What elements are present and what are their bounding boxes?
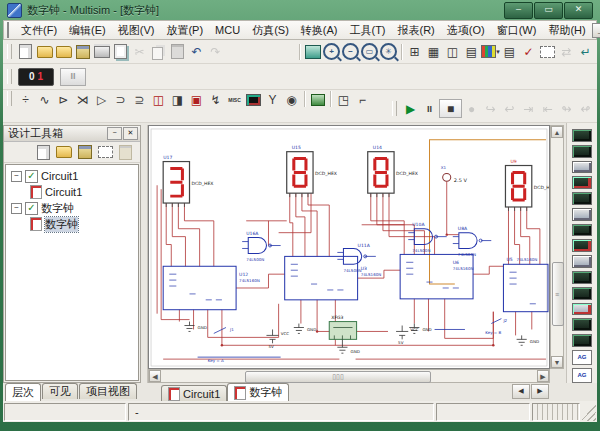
vertical-scrollbar[interactable]: ▲ ▼: [550, 125, 564, 369]
diode-components-button[interactable]: ⊳: [54, 91, 73, 108]
zoom-in-button[interactable]: +: [322, 43, 341, 60]
seven-segment-display-u14[interactable]: U14 DCD_HEX: [368, 145, 418, 197]
peripherals-button[interactable]: [244, 91, 263, 108]
new-document-button[interactable]: [37, 145, 50, 160]
toolbar-grip[interactable]: [7, 91, 12, 106]
rf-components-button[interactable]: Y: [263, 91, 282, 108]
seven-segment-display-u17[interactable]: U17 DCD_HEX: [163, 155, 213, 207]
horizontal-scroll-thumb[interactable]: ▯▯▯: [245, 371, 431, 383]
record-button[interactable]: ●: [462, 100, 481, 117]
toggle-breakpoint-button[interactable]: ↬: [557, 100, 576, 117]
spreadsheet-button[interactable]: ▦: [424, 43, 443, 60]
zoom-out-button[interactable]: −: [341, 43, 360, 60]
stop-simulation-button[interactable]: ■: [441, 100, 460, 117]
toolbar-grip[interactable]: [392, 101, 397, 116]
tab-visibility[interactable]: 可见: [42, 383, 78, 399]
electromech-button[interactable]: ◉: [282, 91, 301, 108]
redo-button[interactable]: ↷: [206, 43, 225, 60]
seven-segment-display-u15[interactable]: U15 DCD_HEX: [287, 145, 337, 197]
paste-button[interactable]: [168, 43, 187, 60]
panel-minimize-button[interactable]: −: [107, 127, 122, 140]
tree-leaf-clock[interactable]: 数字钟: [6, 216, 138, 232]
capture-area-button[interactable]: [538, 43, 557, 60]
oscilloscope-button[interactable]: [572, 176, 592, 189]
mdi-minimize-button[interactable]: _: [592, 23, 600, 38]
four-channel-oscilloscope-button[interactable]: [572, 192, 592, 205]
word-generator-button[interactable]: [572, 239, 592, 252]
save-document-button[interactable]: [78, 145, 92, 159]
open-button[interactable]: [35, 43, 54, 60]
logic-analyzer-button[interactable]: [572, 255, 592, 268]
checkbox-icon[interactable]: ✓: [25, 170, 38, 183]
measurement-probe-x1[interactable]: X1 2.5 V: [441, 166, 468, 184]
wattmeter-button[interactable]: [572, 161, 592, 174]
document-tab-clock[interactable]: 数字钟: [227, 383, 289, 401]
collapse-icon[interactable]: −: [11, 171, 22, 182]
document-tab-circuit1[interactable]: Circuit1: [161, 385, 227, 401]
step-out-button[interactable]: ⇥: [519, 100, 538, 117]
function-generator-button[interactable]: [572, 145, 592, 158]
forward-annotate-button[interactable]: ↵: [576, 43, 595, 60]
menu-help[interactable]: 帮助(H): [542, 22, 591, 39]
menu-tools[interactable]: 工具(T): [343, 22, 391, 39]
misc-digital-button[interactable]: ◫: [149, 91, 168, 108]
panel-close-button[interactable]: ✕: [123, 127, 138, 140]
zoom-full-button[interactable]: [303, 43, 322, 60]
resize-grip[interactable]: [582, 403, 596, 421]
indicator-components-button[interactable]: ▣: [187, 91, 206, 108]
source-components-button[interactable]: ÷: [16, 91, 35, 108]
schematic-canvas[interactable]: U17 DCD_HEX U15 DCD_HEX U14: [148, 125, 550, 369]
remove-breakpoints-button[interactable]: ↫: [576, 100, 595, 117]
seven-segment-display-u9[interactable]: U9 DCD_HEX: [505, 159, 549, 211]
undo-button[interactable]: ↶: [187, 43, 206, 60]
multimeter-button[interactable]: [572, 129, 592, 142]
scroll-left-button[interactable]: ◀: [149, 370, 161, 382]
hierarchy-button[interactable]: ⊞: [405, 43, 424, 60]
frequency-counter-button[interactable]: [572, 224, 592, 237]
step-over-button[interactable]: ↩: [500, 100, 519, 117]
print-button[interactable]: [92, 43, 111, 60]
logic-converter-button[interactable]: [572, 271, 592, 284]
open-folder-button[interactable]: [56, 146, 72, 158]
save-button[interactable]: [73, 43, 92, 60]
tree-leaf-circuit1[interactable]: Circuit1: [6, 184, 138, 200]
network-analyzer-button[interactable]: [572, 334, 592, 347]
misc-components-button[interactable]: MISC: [225, 91, 244, 108]
spectrum-analyzer-button[interactable]: [572, 318, 592, 331]
switch-j2[interactable]: J2 Key = B: [485, 318, 507, 336]
minimize-button[interactable]: –: [504, 2, 533, 19]
erc-button[interactable]: ✓: [519, 43, 538, 60]
menu-edit[interactable]: 编辑(E): [63, 22, 112, 39]
checkbox-icon[interactable]: ✓: [25, 202, 38, 215]
counter-u6[interactable]: U6 74LS160N: [400, 254, 473, 298]
component-wizard-button[interactable]: ▤: [462, 43, 481, 60]
menu-place[interactable]: 放置(P): [160, 22, 209, 39]
function-generator-xfg3[interactable]: XFG3: [329, 315, 356, 340]
pause-switch-button[interactable]: II: [60, 68, 86, 86]
menu-transfer[interactable]: 转换(A): [295, 22, 344, 39]
zoom-sheet-button[interactable]: ✳: [379, 43, 398, 60]
new-window-button[interactable]: [98, 146, 113, 158]
iv-analyzer-button[interactable]: [572, 287, 592, 300]
counter-u5[interactable]: U5 74LS160N: [503, 257, 548, 311]
run-stop-switch[interactable]: 0 1: [18, 68, 54, 86]
mixed-components-button[interactable]: ◨: [168, 91, 187, 108]
new-button[interactable]: [16, 43, 35, 60]
run-to-cursor-button[interactable]: ⇤: [538, 100, 557, 117]
copy-button[interactable]: [149, 43, 168, 60]
cut-button[interactable]: ✂: [130, 43, 149, 60]
tab-project-view[interactable]: 项目视图: [79, 383, 137, 399]
bus-button[interactable]: ⌐: [353, 91, 372, 108]
agilent-function-generator-button[interactable]: AG: [572, 350, 592, 365]
menu-simulate[interactable]: 仿真(S): [246, 22, 295, 39]
nand-gate-u16a[interactable]: U16A 74LS00N: [246, 231, 271, 263]
back-annotate-button[interactable]: ⇄: [557, 43, 576, 60]
menu-window[interactable]: 窗口(W): [491, 22, 543, 39]
hier-block-button[interactable]: ◳: [334, 91, 353, 108]
toolbar-grip[interactable]: [7, 69, 12, 84]
labview-instruments-button[interactable]: AG: [572, 368, 592, 383]
menu-reports[interactable]: 报表(R): [392, 22, 441, 39]
tree-node-clock[interactable]: − ✓ 数字钟: [6, 200, 138, 216]
run-simulation-button[interactable]: ▶: [401, 100, 420, 117]
basic-components-button[interactable]: ∿: [35, 91, 54, 108]
